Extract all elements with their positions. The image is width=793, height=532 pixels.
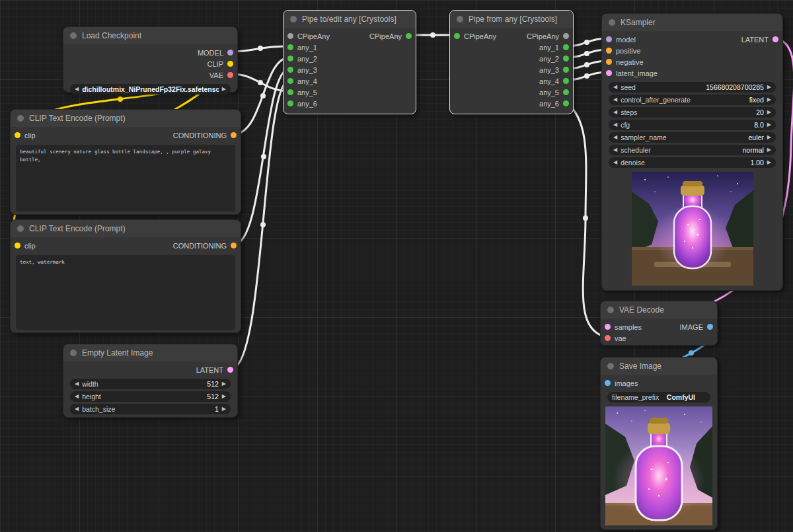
node-clip-text-encode-positive[interactable]: CLIP Text Encode (Prompt) clip CONDITION… xyxy=(10,109,241,215)
clip-input-dot[interactable] xyxy=(15,243,20,248)
model-input-dot[interactable] xyxy=(606,36,612,42)
width-widget[interactable]: ◀ width 512 ▶ xyxy=(70,379,231,389)
collapse-dot-icon[interactable] xyxy=(17,115,24,122)
control-after-generate-widget[interactable]: ◀ control_after_generate fixed ▶ xyxy=(609,95,776,105)
collapse-dot-icon[interactable] xyxy=(17,225,24,232)
prev-value-arrow-icon[interactable]: ◀ xyxy=(613,147,617,153)
node-load-checkpoint[interactable]: Load Checkpoint MODEL CLIP VAE ◀ d\chill… xyxy=(63,26,238,93)
any6-input-dot[interactable] xyxy=(287,100,293,106)
next-value-arrow-icon[interactable]: ▶ xyxy=(767,147,771,153)
cpipeany-output-dot[interactable] xyxy=(406,33,412,39)
node-clip-text-encode-negative[interactable]: CLIP Text Encode (Prompt) clip CONDITION… xyxy=(10,219,241,333)
clip-encode-positive-title-bar[interactable]: CLIP Text Encode (Prompt) xyxy=(11,110,241,127)
decrement-arrow-icon[interactable]: ◀ xyxy=(613,160,617,165)
increment-arrow-icon[interactable]: ▶ xyxy=(222,381,226,387)
save-image-title-bar[interactable]: Save Image xyxy=(601,358,717,375)
any3-output-dot[interactable] xyxy=(563,67,569,73)
increment-arrow-icon[interactable]: ▶ xyxy=(222,394,226,399)
save-image-preview xyxy=(605,406,712,525)
collapse-dot-icon[interactable] xyxy=(607,307,614,313)
scheduler-widget[interactable]: ◀ scheduler normal ▶ xyxy=(609,145,776,155)
increment-arrow-icon[interactable]: ▶ xyxy=(767,110,771,115)
increment-arrow-icon[interactable]: ▶ xyxy=(767,160,771,165)
conditioning-output-dot[interactable] xyxy=(231,132,237,138)
any5-output-dot[interactable] xyxy=(563,89,569,95)
load-checkpoint-title-bar[interactable]: Load Checkpoint xyxy=(63,27,237,44)
negative-input-dot[interactable] xyxy=(606,59,612,65)
any4-input-dot[interactable] xyxy=(287,78,293,84)
increment-arrow-icon[interactable]: ▶ xyxy=(222,406,226,412)
positive-prompt-textarea[interactable]: beautiful scenery nature glass bottle la… xyxy=(16,145,235,211)
prev-value-arrow-icon[interactable]: ◀ xyxy=(613,135,617,140)
next-value-arrow-icon[interactable]: ▶ xyxy=(222,87,226,92)
decrement-arrow-icon[interactable]: ◀ xyxy=(613,110,617,115)
seed-widget[interactable]: ◀ seed 156680208700285 ▶ xyxy=(609,82,776,93)
increment-arrow-icon[interactable]: ▶ xyxy=(767,122,771,128)
cpipeany-input-dot[interactable] xyxy=(454,33,460,39)
decrement-arrow-icon[interactable]: ◀ xyxy=(613,122,617,128)
any5-input-dot[interactable] xyxy=(287,89,293,95)
steps-widget[interactable]: ◀ steps 20 ▶ xyxy=(609,107,776,118)
conditioning-output-dot[interactable] xyxy=(231,243,237,248)
model-output-dot[interactable] xyxy=(227,50,233,56)
node-pipe-to-any[interactable]: Pipe to/edit any [Crystools] CPipeAny CP… xyxy=(283,10,416,114)
decrement-arrow-icon[interactable]: ◀ xyxy=(75,394,79,399)
any2-input-dot[interactable] xyxy=(287,56,293,61)
latent-output-dot[interactable] xyxy=(773,36,778,42)
ksampler-title-bar[interactable]: KSampler xyxy=(602,14,782,31)
collapse-dot-icon[interactable] xyxy=(290,16,297,22)
decrement-arrow-icon[interactable]: ◀ xyxy=(613,85,617,90)
image-output-dot[interactable] xyxy=(707,324,713,330)
any4-output-dot[interactable] xyxy=(563,78,569,84)
ckpt-name-widget[interactable]: ◀ d\chilloutmix_NiPrunedFp32Fix.safetens… xyxy=(70,84,231,95)
pipe-from-title-bar[interactable]: Pipe from any [Crystools] xyxy=(450,11,573,28)
height-widget[interactable]: ◀ height 512 ▶ xyxy=(70,391,231,402)
any2-output-dot[interactable] xyxy=(563,56,569,61)
filename-prefix-widget[interactable]: filename_prefix ComfyUI xyxy=(607,392,710,402)
graph-canvas[interactable]: Load Checkpoint MODEL CLIP VAE ◀ d\chill… xyxy=(0,0,793,532)
sampler-name-widget[interactable]: ◀ sampler_name euler ▶ xyxy=(609,132,776,143)
collapse-dot-icon[interactable] xyxy=(70,350,77,356)
node-ksampler[interactable]: KSampler model LATENT positive negative … xyxy=(601,13,783,291)
latent-image-input-dot[interactable] xyxy=(606,70,612,76)
any6-output-dot[interactable] xyxy=(563,100,569,106)
decrement-arrow-icon[interactable]: ◀ xyxy=(75,406,79,412)
any3-input-dot[interactable] xyxy=(287,67,293,73)
node-save-image[interactable]: Save Image images filename_prefix ComfyU… xyxy=(600,357,718,530)
denoise-widget[interactable]: ◀ denoise 1.00 ▶ xyxy=(609,157,776,168)
cpipeany-output-dot[interactable] xyxy=(563,33,569,39)
any1-input-dot[interactable] xyxy=(287,44,293,50)
node-empty-latent-image[interactable]: Empty Latent Image LATENT ◀ width 512 ▶ … xyxy=(63,344,238,418)
any1-output-dot[interactable] xyxy=(563,44,569,50)
node-pipe-from-any[interactable]: Pipe from any [Crystools] CPipeAny CPipe… xyxy=(449,10,574,114)
vae-decode-title-bar[interactable]: VAE Decode xyxy=(601,301,717,319)
clip-input-dot[interactable] xyxy=(15,132,20,138)
latent-output-dot[interactable] xyxy=(227,367,233,373)
next-value-arrow-icon[interactable]: ▶ xyxy=(767,97,771,102)
clip-output-dot[interactable] xyxy=(227,61,233,67)
slot-label: images xyxy=(615,379,638,387)
empty-latent-title-bar[interactable]: Empty Latent Image xyxy=(63,344,237,361)
increment-arrow-icon[interactable]: ▶ xyxy=(767,85,771,90)
batch-size-widget[interactable]: ◀ batch_size 1 ▶ xyxy=(70,404,231,414)
node-vae-decode[interactable]: VAE Decode samples IMAGE vae xyxy=(600,301,718,346)
cfg-widget[interactable]: ◀ cfg 8.0 ▶ xyxy=(609,120,776,130)
next-value-arrow-icon[interactable]: ▶ xyxy=(767,135,771,140)
negative-prompt-textarea[interactable]: text, watermark xyxy=(16,255,235,330)
pipe-to-title-bar[interactable]: Pipe to/edit any [Crystools] xyxy=(283,11,416,28)
images-input-dot[interactable] xyxy=(605,380,611,386)
collapse-dot-icon[interactable] xyxy=(607,363,614,369)
vae-input-dot[interactable] xyxy=(605,335,611,341)
collapse-dot-icon[interactable] xyxy=(70,32,77,39)
prev-value-arrow-icon[interactable]: ◀ xyxy=(75,87,79,92)
clip-encode-negative-title-bar[interactable]: CLIP Text Encode (Prompt) xyxy=(11,220,241,237)
collapse-dot-icon[interactable] xyxy=(609,19,615,26)
vae-output-dot[interactable] xyxy=(227,72,233,78)
samples-input-dot[interactable] xyxy=(605,324,611,330)
positive-input-dot[interactable] xyxy=(606,48,612,54)
cpipeany-input-dot[interactable] xyxy=(287,33,293,39)
prev-value-arrow-icon[interactable]: ◀ xyxy=(613,97,617,102)
collapse-dot-icon[interactable] xyxy=(457,16,463,22)
decrement-arrow-icon[interactable]: ◀ xyxy=(75,381,79,387)
link-midpoint-dot xyxy=(430,32,435,38)
